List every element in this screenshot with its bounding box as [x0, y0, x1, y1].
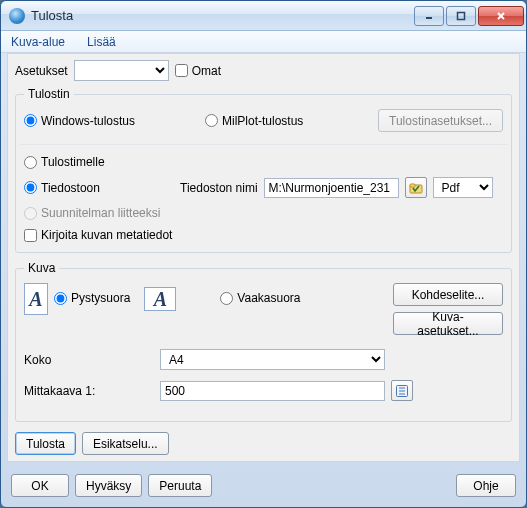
- omat-text: Omat: [192, 64, 221, 78]
- cancel-button[interactable]: Peruuta: [148, 474, 212, 497]
- to-file-radio[interactable]: [24, 181, 37, 194]
- write-meta-text: Kirjoita kuvan metatiedot: [41, 228, 172, 242]
- scale-icon: [395, 384, 409, 398]
- app-icon: [9, 8, 25, 24]
- printer-settings-button[interactable]: Tulostinasetukset...: [378, 109, 503, 132]
- print-button[interactable]: Tulosta: [15, 432, 76, 455]
- settings-select[interactable]: [74, 60, 169, 81]
- write-meta-checkbox[interactable]: [24, 229, 37, 242]
- minimize-icon: [424, 11, 434, 21]
- file-name-input[interactable]: [264, 178, 399, 198]
- portrait-radio[interactable]: [54, 292, 67, 305]
- to-file-radio-label[interactable]: Tiedostoon: [24, 181, 174, 195]
- omat-checkbox-label[interactable]: Omat: [175, 64, 221, 78]
- file-format-select[interactable]: Pdf: [433, 177, 493, 198]
- menu-lisaa[interactable]: Lisää: [83, 33, 120, 51]
- svg-rect-1: [458, 12, 465, 19]
- milplot-text: MilPlot-tulostus: [222, 114, 303, 128]
- window-title: Tulosta: [31, 8, 414, 23]
- image-legend: Kuva: [24, 261, 59, 275]
- preview-button[interactable]: Esikatselu...: [82, 432, 169, 455]
- kuva-asetukset-button[interactable]: Kuva-asetukset...: [393, 312, 503, 335]
- menu-kuva-alue[interactable]: Kuva-alue: [7, 33, 69, 51]
- to-file-text: Tiedostoon: [41, 181, 100, 195]
- settings-label: Asetukset: [15, 64, 68, 78]
- portrait-radio-label[interactable]: Pystysuora: [54, 291, 130, 305]
- landscape-thumb[interactable]: A: [144, 287, 176, 311]
- portrait-text: Pystysuora: [71, 291, 130, 305]
- browse-button[interactable]: [405, 177, 427, 198]
- scale-config-button[interactable]: [391, 380, 413, 401]
- size-select[interactable]: A4: [160, 349, 385, 370]
- menubar: Kuva-alue Lisää: [1, 31, 526, 53]
- windows-print-radio[interactable]: [24, 114, 37, 127]
- windows-print-radio-label[interactable]: Windows-tulostus: [24, 114, 199, 128]
- as-attachment-radio-label: Suunnitelman liitteeksi: [24, 206, 160, 220]
- file-name-label: Tiedoston nimi: [180, 181, 258, 195]
- ok-button[interactable]: OK: [11, 474, 69, 497]
- dialog-window: Tulosta Kuva-alue Lisää Asetukset Omat: [0, 0, 527, 508]
- landscape-text: Vaakasuora: [237, 291, 300, 305]
- close-button[interactable]: [478, 6, 524, 26]
- windows-print-text: Windows-tulostus: [41, 114, 135, 128]
- landscape-radio[interactable]: [220, 292, 233, 305]
- omat-checkbox[interactable]: [175, 64, 188, 77]
- maximize-button[interactable]: [446, 6, 476, 26]
- write-meta-checkbox-label[interactable]: Kirjoita kuvan metatiedot: [24, 228, 172, 242]
- titlebar[interactable]: Tulosta: [1, 1, 526, 31]
- kohdeselite-button[interactable]: Kohdeselite...: [393, 283, 503, 306]
- as-attachment-text: Suunnitelman liitteeksi: [41, 206, 160, 220]
- to-printer-radio-label[interactable]: Tulostimelle: [24, 155, 105, 169]
- landscape-radio-label[interactable]: Vaakasuora: [220, 291, 300, 305]
- bottom-bar: OK Hyväksy Peruuta Ohje: [1, 468, 526, 507]
- settings-row: Asetukset Omat: [15, 60, 512, 81]
- milplot-radio-label[interactable]: MilPlot-tulostus: [205, 114, 360, 128]
- to-printer-text: Tulostimelle: [41, 155, 105, 169]
- content-area: Asetukset Omat Tulostin Windows-tulostus…: [7, 53, 520, 462]
- minimize-button[interactable]: [414, 6, 444, 26]
- milplot-radio[interactable]: [205, 114, 218, 127]
- scale-input[interactable]: [160, 381, 385, 401]
- as-attachment-radio: [24, 207, 37, 220]
- close-icon: [495, 11, 507, 21]
- folder-icon: [409, 181, 423, 195]
- printer-legend: Tulostin: [24, 87, 74, 101]
- help-button[interactable]: Ohje: [456, 474, 516, 497]
- portrait-thumb[interactable]: A: [24, 283, 48, 315]
- svg-rect-5: [410, 184, 415, 187]
- printer-group: Tulostin Windows-tulostus MilPlot-tulost…: [15, 87, 512, 253]
- scale-label: Mittakaava 1:: [24, 384, 154, 398]
- size-label: Koko: [24, 353, 154, 367]
- to-printer-radio[interactable]: [24, 156, 37, 169]
- apply-button[interactable]: Hyväksy: [75, 474, 142, 497]
- image-group: Kuva A Pystysuora A Vaakasuora Kohdeseli…: [15, 261, 512, 422]
- maximize-icon: [456, 11, 466, 21]
